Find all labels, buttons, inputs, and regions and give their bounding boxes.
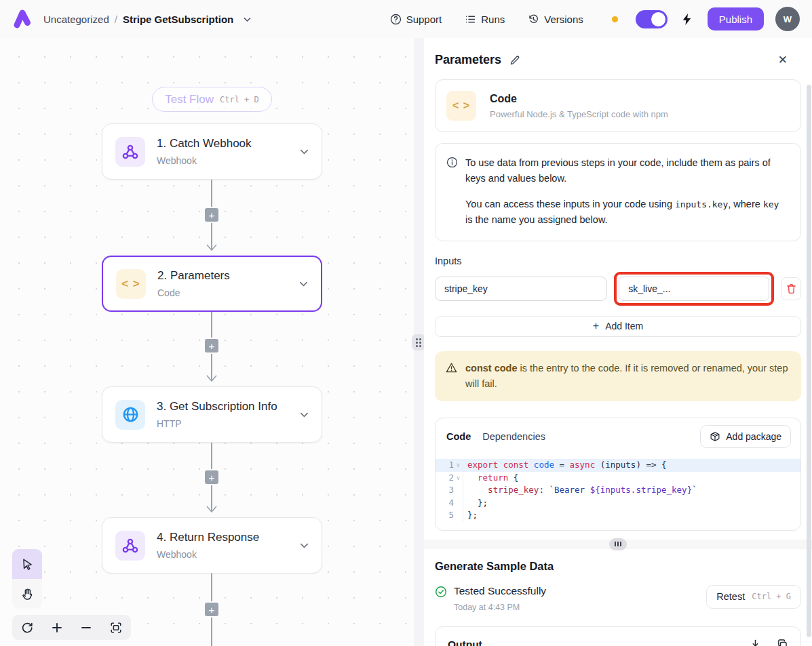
delete-input-button[interactable] [781, 277, 801, 300]
canvas-zoom-bar [12, 615, 131, 640]
zoom-in-button[interactable] [47, 618, 67, 638]
support-button[interactable]: Support [390, 14, 442, 25]
bottom-splitter[interactable] [424, 540, 812, 549]
runs-label: Runs [481, 14, 505, 25]
inputs-label: Inputs [435, 256, 801, 266]
test-flow-label: Test Flow [165, 93, 214, 106]
breadcrumb: Uncategorized / Stripe GetSubscription [43, 14, 252, 25]
workflow-canvas[interactable]: Test Flow Ctrl + D + + + + 1. Catch Webh… [0, 38, 414, 646]
retest-button[interactable]: Retest Ctrl + G [706, 585, 801, 609]
edge-arrowhead-icon [206, 506, 217, 513]
package-icon [710, 431, 720, 442]
info-paragraph-2: You can access these inputs in your code… [465, 197, 788, 228]
canvas-tool-group [12, 549, 42, 609]
runs-list-icon [465, 14, 476, 25]
avatar[interactable]: W [775, 7, 800, 31]
tab-code[interactable]: Code [446, 431, 471, 442]
divider-drag-handle-icon[interactable] [412, 334, 425, 350]
panel-resize-divider[interactable] [414, 38, 424, 646]
node-title: 1. Catch Webhook [157, 137, 288, 150]
node-return-response[interactable]: 4. Return Response Webhook [102, 517, 322, 573]
panel-header: Parameters ✕ [435, 53, 801, 67]
success-check-icon [435, 586, 447, 598]
select-tool-button[interactable] [12, 549, 42, 579]
add-step-button[interactable]: + [204, 338, 220, 354]
code-editor-card: Code Dependencies Add package 1∨export c… [435, 418, 801, 531]
info-paragraph-1: To use data from previous steps in your … [465, 155, 788, 187]
close-panel-button[interactable]: ✕ [778, 53, 788, 67]
download-icon [750, 639, 761, 646]
help-icon [390, 14, 402, 25]
inputs-row [435, 272, 801, 306]
node-subtitle: Webhook [157, 155, 288, 166]
warning-text: const code is the entry to the code. If … [465, 361, 789, 392]
node-catch-webhook[interactable]: 1. Catch Webhook Webhook [102, 123, 322, 180]
output-card: Output [435, 626, 801, 646]
test-status-row: Tested Successfully Today at 4:43 PM Ret… [435, 585, 801, 612]
fit-view-button[interactable] [106, 618, 126, 638]
editor-header: Code Dependencies Add package [436, 418, 800, 453]
copy-output-button[interactable] [777, 639, 788, 646]
lightning-icon[interactable] [681, 13, 693, 26]
output-title: Output [448, 639, 482, 646]
step-type-texts: Code Powerful Node.js & TypeScript code … [490, 93, 668, 119]
chevron-down-icon[interactable] [243, 15, 252, 24]
breadcrumb-category[interactable]: Uncategorized [43, 14, 109, 25]
step-type-card: < > Code Powerful Node.js & TypeScript c… [435, 79, 801, 132]
tab-dependencies[interactable]: Dependencies [482, 431, 545, 442]
node-subtitle: Code [157, 287, 287, 298]
panel-scrollbar[interactable] [807, 85, 811, 637]
workflow-title[interactable]: Stripe GetSubscription [123, 14, 233, 25]
node-subtitle: Webhook [157, 549, 288, 560]
step-details-panel: Parameters ✕ < > Code Powerful Node.js &… [424, 38, 812, 646]
inline-code: key [763, 199, 779, 209]
node-parameters[interactable]: < > 2. Parameters Code [102, 256, 322, 312]
step-type-title: Code [490, 93, 668, 105]
add-step-button[interactable]: + [204, 207, 220, 223]
chevron-down-icon[interactable] [299, 146, 309, 157]
input-key-field[interactable] [435, 277, 607, 301]
pan-tool-button[interactable] [12, 579, 42, 609]
reset-view-button[interactable] [17, 618, 37, 638]
add-package-label: Add package [726, 431, 781, 442]
toggle-knob [651, 12, 665, 26]
warning-banner: const code is the entry to the code. If … [435, 351, 801, 401]
zoom-out-button[interactable] [76, 618, 96, 638]
header-actions: Support Runs Versions Publish W [367, 7, 800, 31]
test-flow-button[interactable]: Test Flow Ctrl + D [152, 87, 272, 112]
step-type-subtitle: Powerful Node.js & TypeScript code with … [490, 109, 668, 119]
add-item-button[interactable]: + Add Item [435, 316, 801, 337]
code-editor[interactable]: 1∨export const code = async (inputs) => … [436, 453, 800, 530]
runs-button[interactable]: Runs [465, 14, 505, 25]
panel-title: Parameters [435, 53, 501, 67]
generate-sample-data-heading: Generate Sample Data [435, 560, 801, 573]
status-timestamp: Today at 4:43 PM [454, 603, 546, 612]
node-texts: 4. Return Response Webhook [157, 531, 288, 560]
splitter-drag-handle-icon[interactable] [609, 538, 627, 550]
status-texts: Tested Successfully Today at 4:43 PM [454, 585, 546, 612]
buildship-logo-icon[interactable] [12, 9, 33, 29]
fit-screen-icon [110, 622, 122, 634]
chevron-down-icon[interactable] [299, 409, 309, 420]
download-output-button[interactable] [750, 639, 761, 646]
minus-icon [81, 622, 92, 633]
annotation-highlight-box [614, 272, 774, 306]
input-value-field[interactable] [619, 277, 769, 301]
edge-arrowhead-icon [206, 375, 217, 382]
add-step-button[interactable]: + [204, 601, 220, 618]
info-card: To use data from previous steps in your … [435, 143, 801, 241]
node-title: 4. Return Response [157, 531, 288, 544]
edit-title-icon[interactable] [509, 55, 520, 66]
versions-button[interactable]: Versions [528, 14, 583, 25]
add-package-button[interactable]: Add package [700, 425, 791, 448]
node-get-subscription-info[interactable]: 3. Get Subscription Info HTTP [102, 386, 322, 443]
chevron-down-icon[interactable] [299, 540, 309, 550]
chevron-down-icon[interactable] [298, 279, 309, 289]
plus-icon: + [593, 320, 599, 332]
copy-icon [777, 639, 788, 646]
publish-button[interactable]: Publish [708, 7, 764, 31]
webhook-icon [115, 531, 145, 561]
workflow-enabled-toggle[interactable] [636, 10, 668, 28]
add-step-button[interactable]: + [204, 469, 220, 485]
test-flow-shortcut: Ctrl + D [220, 95, 259, 104]
